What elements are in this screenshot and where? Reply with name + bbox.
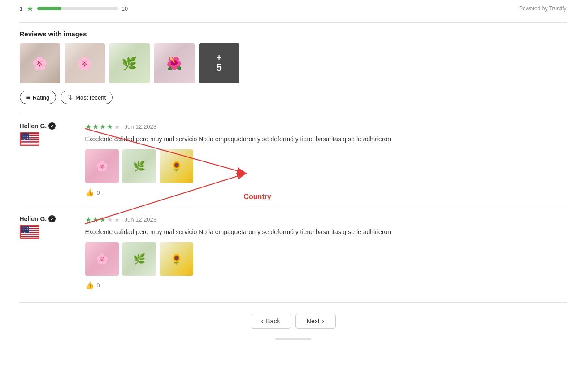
filter-icon: ≡ [26,94,30,101]
reviewer-name-2: Hellen G. [20,215,47,222]
stars-row-2: ★ ★ ★ ★ ★ [85,215,120,224]
review-content-1: ★ ★ ★ ★ ★ Jun 12,2023 Excelente calidad … [85,122,567,197]
review-image-thumbnails: 🌸 🌸 🌿 🌺 + 5 [20,43,567,83]
star-1-5: ★ [114,122,120,131]
reviews-with-images-title: Reviews with images [20,30,567,38]
review-card-2: Hellen G. ✓ [20,206,567,299]
review-content-2: ★ ★ ★ ★ ★ Jun 12,2023 Excelente calidad … [85,215,567,290]
like-count-1: 0 [97,189,100,196]
star-2-2: ★ [92,215,99,224]
review-thumb-1-2[interactable]: 🌿 [122,149,156,183]
svg-rect-29 [21,234,39,235]
back-button[interactable]: ‹ Back [251,314,291,329]
svg-text:★ ★ ★: ★ ★ ★ [22,231,27,233]
review-date-1: Jun 12,2023 [125,123,157,130]
svg-rect-28 [21,233,39,234]
back-label: Back [266,318,280,325]
top-star-icon: ★ [26,4,34,13]
thumbs-up-icon-1[interactable]: 👍 [85,188,94,197]
review-header-1: ★ ★ ★ ★ ★ Jun 12,2023 [85,122,567,131]
thumbnail-more[interactable]: + 5 [199,43,239,83]
review-card-1: Hellen G. ✓ [20,113,567,206]
rating-filter-label: Rating [33,94,50,101]
svg-rect-31 [21,236,39,237]
more-images-overlay: + 5 [199,43,239,83]
star-1-4: ★ [107,122,113,131]
thumbnail-4[interactable]: 🌺 [154,43,195,83]
star-1-2: ★ [92,122,99,131]
star-2-4: ★ [107,215,113,224]
reviewer-col-1: Hellen G. ✓ [20,122,78,197]
verified-badge-2: ✓ [48,215,56,222]
sort-icon: ⇅ [67,94,73,101]
like-count-2: 0 [97,282,100,289]
rating-progress-bar [37,7,118,10]
verified-badge-1: ✓ [48,122,56,130]
like-row-2: 👍 0 [85,281,567,290]
thumbnail-1[interactable]: 🌸 [20,43,60,83]
star-1-3: ★ [100,122,106,131]
rating-count: 10 [122,5,128,12]
svg-rect-10 [21,140,39,141]
review-header-2: ★ ★ ★ ★ ★ Jun 12,2023 [85,215,567,224]
review-text-1: Excelente calidad pero muy mal servicio … [85,135,567,144]
stars-row-1: ★ ★ ★ ★ ★ [85,122,120,131]
more-images-count: 5 [216,62,221,74]
rating-label-1: 1 [20,5,23,12]
sort-filter-button[interactable]: ⇅ Most recent [61,91,113,104]
top-divider [20,22,567,23]
thumbnail-3[interactable]: 🌿 [109,43,150,83]
page-container: Country 1 ★ 10 Powered by Trustify Revie… [11,0,576,340]
sort-filter-label: Most recent [75,94,106,101]
thumbnail-2[interactable]: 🌸 [65,43,105,83]
svg-rect-14 [21,144,39,145]
rating-progress-fill [37,7,61,10]
next-chevron-icon: › [322,318,325,325]
review-images-1: 🌸 🌿 🌻 [85,149,567,183]
thumbs-up-icon-2[interactable]: 👍 [85,281,94,290]
svg-rect-32 [21,237,39,238]
country-flag-1: ★ ★ ★ ★ ★ ★ ★ ★ ★ ★ ★ ★ ★ ★ ★ [20,132,39,146]
reviewer-name-row-2: Hellen G. ✓ [20,215,56,222]
svg-rect-12 [21,143,39,144]
star-2-5: ★ [114,215,120,224]
review-thumb-2-1[interactable]: 🌸 [85,242,119,276]
star-2-3: ★ [100,215,106,224]
review-images-2: 🌸 🌿 🌻 [85,242,567,276]
powered-by: Powered by Trustify [519,5,566,12]
filter-row: ≡ Rating ⇅ Most recent [20,91,567,104]
back-chevron-icon: ‹ [261,318,264,325]
top-rating-bar: 1 ★ 10 Powered by Trustify [20,0,567,19]
review-date-2: Jun 12,2023 [125,216,157,223]
trustify-link[interactable]: Trustify [549,5,567,12]
country-flag-2: ★ ★ ★ ★ ★ ★ ★ ★ ★ ★ ★ ★ ★ ★ ★ [20,225,39,239]
reviewer-col-2: Hellen G. ✓ [20,215,78,290]
next-button[interactable]: Next › [295,314,336,329]
star-2-1: ★ [85,215,91,224]
svg-text:★ ★ ★: ★ ★ ★ [22,139,27,140]
like-row-1: 👍 0 [85,188,567,197]
review-thumb-1-3[interactable]: 🌻 [160,149,193,183]
review-thumb-1-1[interactable]: 🌸 [85,149,119,183]
review-thumb-2-2[interactable]: 🌿 [122,242,156,276]
svg-rect-13 [21,144,39,144]
review-thumb-2-3[interactable]: 🌻 [160,242,193,276]
review-text-2: Excelente calidad pero muy mal servicio … [85,227,567,237]
svg-rect-30 [21,235,39,236]
rating-filter-button[interactable]: ≡ Rating [20,91,56,104]
more-images-plus: + [217,53,222,62]
pagination-row: ‹ Back Next › [20,302,567,338]
reviewer-name-1: Hellen G. [20,122,47,130]
scrollbar-hint [275,338,311,340]
star-1-1: ★ [85,122,91,131]
svg-rect-11 [21,141,39,142]
reviewer-name-row-1: Hellen G. ✓ [20,122,56,130]
next-label: Next [307,318,320,325]
